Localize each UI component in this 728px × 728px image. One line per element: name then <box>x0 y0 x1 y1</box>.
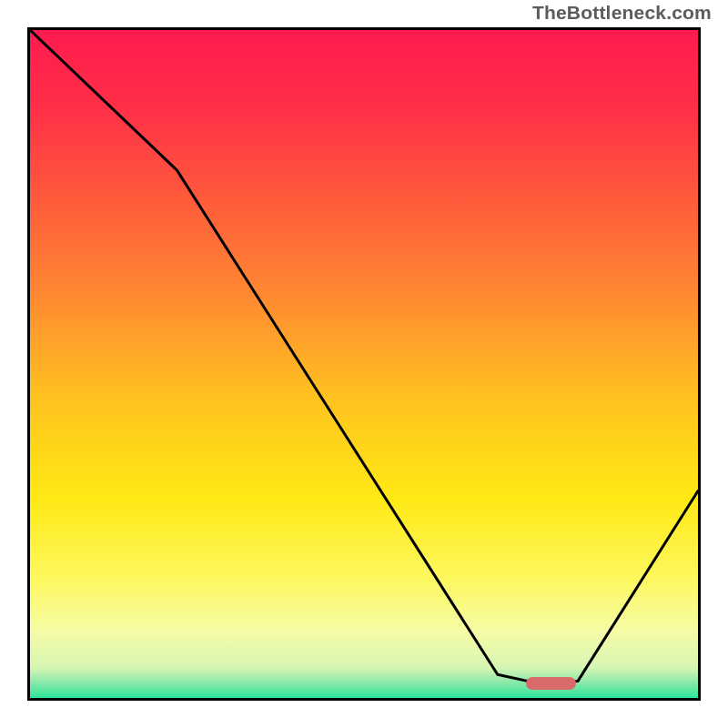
curve-line <box>30 30 698 698</box>
optimal-range-marker <box>526 677 577 690</box>
plot-frame <box>27 27 701 701</box>
attribution-text: TheBottleneck.com <box>532 2 712 24</box>
